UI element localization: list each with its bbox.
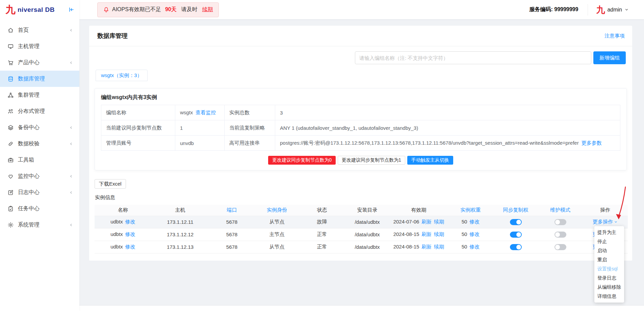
- renew-link[interactable]: 续期: [202, 6, 213, 13]
- sidebar-item-toolbox[interactable]: 工具箱: [0, 152, 79, 168]
- instance-port: 5678: [209, 216, 255, 228]
- sidebar-item-label: 分布式管理: [18, 108, 73, 115]
- sync-replication-toggle[interactable]: [510, 219, 522, 225]
- tab-wsgtx[interactable]: wsgtx（实例：3）: [96, 70, 148, 81]
- renew-link[interactable]: 续期: [434, 244, 444, 249]
- sync-cell: [493, 241, 538, 253]
- more-actions-menu: 提升为主 停止 启动 重启 设置慢sql 登录日志 从编组移除 详细信息: [594, 226, 624, 303]
- sidebar-item-label: 日志中心: [18, 189, 69, 196]
- backup-icon: [7, 124, 14, 131]
- cart-icon: [7, 59, 14, 66]
- home-icon: [7, 27, 14, 33]
- sidebar-item-logs[interactable]: 日志中心: [0, 184, 79, 200]
- sidebar-item-verify[interactable]: 数据校验: [0, 136, 79, 152]
- modify-weight-link[interactable]: 修改: [469, 219, 480, 224]
- chevron-left-icon: [69, 190, 73, 195]
- table-row: udbtx修改 173.1.12.11 5678 从节点 故障 /data/ud…: [95, 216, 628, 228]
- sidebar-item-label: 产品中心: [18, 59, 69, 66]
- menu-item-stop[interactable]: 停止: [594, 237, 624, 246]
- col-sync-replication[interactable]: 同步复制权: [493, 205, 538, 216]
- conn-string-label: 高可用连接串: [225, 136, 275, 151]
- sync-replication-toggle[interactable]: [510, 244, 522, 250]
- table-row: udbtx修改 173.1.12.12 5678 主节点 正常 /data/ud…: [95, 228, 628, 241]
- instance-expiry: 2024-07-06刷新续期: [390, 216, 448, 228]
- topbar-right: 服务编码: 99999999 九 admin: [529, 4, 629, 16]
- sidebar-item-label: 主机管理: [18, 43, 73, 50]
- modify-name-link[interactable]: 修改: [125, 244, 135, 249]
- verify-icon: [7, 141, 14, 147]
- menu-item-restart[interactable]: 重启: [594, 255, 624, 264]
- instance-name: udbtx修改: [95, 241, 151, 253]
- instance-table-wrap: 名称 主机 端口 实例身份 状态 安装目录 有效期 实例权重 同步复制权 维护模…: [95, 205, 627, 254]
- download-excel-button[interactable]: 下载Excel: [95, 179, 126, 189]
- maintenance-cell: [538, 216, 583, 228]
- menu-item-login-log[interactable]: 登录日志: [594, 273, 624, 283]
- sidebar-item-backup[interactable]: 备份中心: [0, 119, 79, 136]
- sync-replication-toggle[interactable]: [510, 232, 522, 238]
- menu-item-details[interactable]: 详细信息: [594, 292, 624, 301]
- refresh-link[interactable]: 刷新: [421, 231, 432, 237]
- footer-bar: [79, 305, 644, 311]
- brand-logo: 九: [5, 5, 16, 15]
- sidebar-item-label: 工具箱: [18, 157, 73, 164]
- group-summary-title: 编组wsgtx内共有3实例: [95, 89, 626, 105]
- sidebar-item-hosts[interactable]: 主机管理: [0, 38, 79, 54]
- instance-role: 从节点: [255, 216, 299, 228]
- sidebar-item-distributed[interactable]: 分布式管理: [0, 103, 79, 119]
- instance-dir: /data/udbtx: [345, 228, 390, 241]
- sidebar-item-monitoring[interactable]: 监控中心: [0, 168, 79, 184]
- service-code: 服务编码: 99999999: [529, 6, 578, 13]
- sidebar-item-cluster[interactable]: 集群管理: [0, 87, 79, 103]
- menu-item-promote[interactable]: 提升为主: [594, 228, 624, 237]
- renew-link[interactable]: 续期: [434, 219, 444, 224]
- col-port[interactable]: 端口: [209, 205, 255, 216]
- sidebar-item-tasks[interactable]: 任务中心: [0, 200, 79, 217]
- alert-bell-icon: [103, 6, 109, 13]
- brand-name: niversal DB: [18, 6, 55, 14]
- set-sync-one-button[interactable]: 更改建议同步复制节点数为1: [338, 156, 405, 165]
- refresh-link[interactable]: 刷新: [421, 219, 432, 224]
- sidebar-item-system[interactable]: 系统管理: [0, 217, 79, 233]
- add-group-button[interactable]: 新增编组: [593, 51, 626, 64]
- user-menu[interactable]: 九 admin: [588, 4, 629, 16]
- instance-table: 名称 主机 端口 实例身份 状态 安装目录 有效期 实例权重 同步复制权 维护模…: [95, 205, 628, 254]
- view-monitor-link[interactable]: 查看监控: [196, 110, 216, 115]
- group-name-search-input[interactable]: [355, 51, 591, 64]
- col-weight[interactable]: 实例权重: [448, 205, 493, 216]
- alert-text: AIOPS有效期已不足: [112, 6, 161, 13]
- conn-string-value: postgres://账号:密码@173.1.12.12:5678,173.1.…: [275, 136, 620, 151]
- menu-item-slow-sql[interactable]: 设置慢sql: [594, 264, 624, 273]
- more-params-link[interactable]: 更多参数: [582, 140, 602, 146]
- maintenance-toggle[interactable]: [555, 219, 566, 225]
- sidebar-collapse-icon[interactable]: [68, 6, 75, 13]
- modify-weight-link[interactable]: 修改: [469, 231, 480, 237]
- instance-weight: 50修改: [448, 241, 493, 253]
- modify-weight-link[interactable]: 修改: [469, 244, 480, 249]
- col-expiry: 有效期: [390, 205, 448, 216]
- maintenance-toggle[interactable]: [555, 232, 566, 238]
- chevron-left-icon: [69, 223, 73, 227]
- sidebar-item-home[interactable]: 首页: [0, 22, 79, 38]
- sidebar-item-label: 备份中心: [18, 124, 69, 131]
- modify-name-link[interactable]: 修改: [125, 219, 135, 224]
- col-status: 状态: [299, 205, 345, 216]
- refresh-link[interactable]: 刷新: [421, 244, 432, 249]
- renew-link[interactable]: 续期: [434, 231, 444, 237]
- sidebar-item-label: 任务中心: [18, 205, 73, 212]
- sidebar-item-products[interactable]: 产品中心: [0, 54, 79, 71]
- sidebar-item-database[interactable]: 数据库管理: [0, 71, 79, 87]
- menu-item-start[interactable]: 启动: [594, 246, 624, 255]
- modify-name-link[interactable]: 修改: [125, 231, 135, 237]
- page-header: 数据库管理 注意事项: [89, 26, 632, 46]
- notice-link[interactable]: 注意事项: [604, 33, 625, 39]
- admin-account-value: unvdb: [175, 136, 225, 151]
- manual-switchover-button[interactable]: 手动触发主从切换: [407, 156, 453, 165]
- maintenance-toggle[interactable]: [555, 244, 566, 250]
- col-role[interactable]: 实例身份: [255, 205, 299, 216]
- instance-port: 5678: [209, 241, 255, 253]
- instance-expiry: 2024-08-15刷新续期: [390, 228, 448, 241]
- col-maintenance[interactable]: 维护模式: [538, 205, 583, 216]
- set-sync-zero-button[interactable]: 更改建议同步复制节点数为0: [268, 156, 336, 165]
- more-actions-button[interactable]: 更多操作: [593, 219, 618, 225]
- menu-item-remove-from-group[interactable]: 从编组移除: [594, 283, 624, 292]
